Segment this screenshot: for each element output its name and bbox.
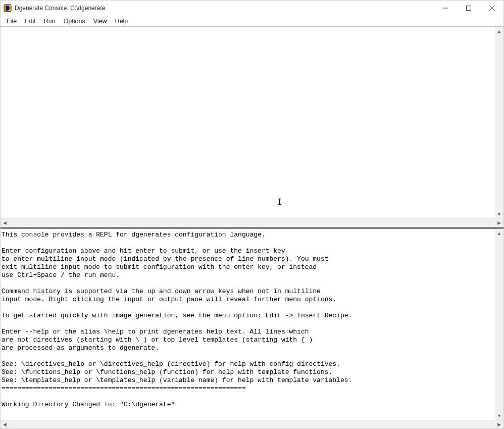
- scroll-up-icon[interactable]: ▲: [495, 27, 503, 35]
- menu-file[interactable]: File: [3, 17, 21, 26]
- input-textarea[interactable]: I: [1, 27, 495, 218]
- close-button[interactable]: [480, 1, 503, 16]
- title-bar-left: Dgenerate Console: C:\dgenerate: [4, 4, 105, 12]
- scroll-right-icon[interactable]: ▶: [495, 420, 503, 429]
- input-pane: I ▲ ▼ ◀ ▶: [1, 27, 503, 227]
- scroll-left-icon[interactable]: ◀: [1, 219, 9, 227]
- output-vertical-scrollbar[interactable]: ▲ ▼: [495, 229, 503, 420]
- content-area: I ▲ ▼ ◀ ▶ This console provides a REPL f…: [1, 27, 503, 428]
- output-pane: This console provides a REPL for dgenera…: [1, 229, 503, 428]
- scroll-left-icon[interactable]: ◀: [1, 420, 9, 429]
- app-icon: [4, 4, 12, 12]
- window-controls: [434, 1, 503, 16]
- window-title: Dgenerate Console: C:\dgenerate: [15, 5, 105, 12]
- scroll-down-icon[interactable]: ▼: [495, 411, 503, 420]
- scroll-track[interactable]: [9, 219, 495, 227]
- scroll-right-icon[interactable]: ▶: [495, 219, 503, 227]
- output-horizontal-scrollbar[interactable]: ◀ ▶: [1, 420, 503, 428]
- minimize-button[interactable]: [434, 1, 457, 16]
- menu-run[interactable]: Run: [40, 17, 60, 26]
- menu-view[interactable]: View: [89, 17, 111, 26]
- scroll-track[interactable]: [495, 237, 503, 411]
- input-horizontal-scrollbar[interactable]: ◀ ▶: [1, 218, 503, 227]
- text-cursor-icon: I: [277, 199, 278, 207]
- scroll-track[interactable]: [9, 420, 495, 429]
- menu-help[interactable]: Help: [111, 17, 132, 26]
- title-bar: Dgenerate Console: C:\dgenerate: [1, 1, 503, 16]
- menu-edit[interactable]: Edit: [21, 17, 40, 26]
- app-window: Dgenerate Console: C:\dgenerate File Edi…: [0, 0, 504, 429]
- scroll-down-icon[interactable]: ▼: [495, 210, 503, 218]
- maximize-button[interactable]: [457, 1, 480, 16]
- input-vertical-scrollbar[interactable]: ▲ ▼: [495, 27, 503, 218]
- scroll-up-icon[interactable]: ▲: [495, 229, 503, 237]
- output-text[interactable]: This console provides a REPL for dgenera…: [1, 229, 495, 420]
- menu-options[interactable]: Options: [60, 17, 89, 26]
- svg-rect-2: [467, 6, 471, 11]
- scroll-track[interactable]: [495, 35, 503, 210]
- menu-bar: File Edit Run Options View Help: [1, 16, 503, 27]
